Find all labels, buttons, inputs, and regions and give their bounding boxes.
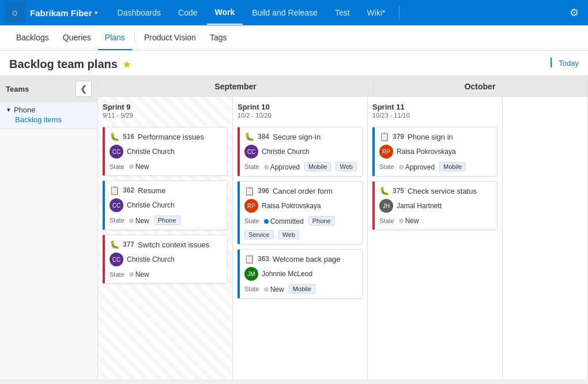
tab-queries[interactable]: Queries xyxy=(56,26,98,50)
card-396-id: 396 xyxy=(258,187,269,195)
tab-backlogs[interactable]: Backlogs xyxy=(9,26,56,50)
sidebar-header: Teams ❮ xyxy=(0,76,97,102)
card-363-title: Welcome back page xyxy=(273,255,341,263)
avatar-rp-379: RP xyxy=(379,145,393,159)
card-363-assignee: JM Johnnie McLeod xyxy=(244,267,357,281)
card-362-header: 📋 362 Resume xyxy=(110,186,223,195)
card-375[interactable]: 🐛 375 Check service status JH Jamal Hart… xyxy=(372,181,497,230)
assignee-name-377: Christie Church xyxy=(127,255,175,263)
avatar-jh-375: JH xyxy=(379,199,393,213)
bug-icon-375: 🐛 xyxy=(379,186,389,195)
tab-tags[interactable]: Tags xyxy=(203,26,234,50)
team-name[interactable]: ▼ Phone xyxy=(6,106,92,114)
top-navigation: ○ Fabrikam Fiber ▾ Dashboards Code Work … xyxy=(0,0,588,25)
teams-label: Teams xyxy=(6,85,29,93)
sprint-9-dates: 9/11 - 9/29 xyxy=(103,112,228,119)
card-375-header: 🐛 375 Check service status xyxy=(379,186,492,195)
team-label: Phone xyxy=(14,106,36,114)
gear-icon[interactable]: ⚙ xyxy=(565,2,583,24)
nav-dashboards[interactable]: Dashboards xyxy=(110,1,169,24)
sprint-10-column: Sprint 10 10/2 - 10/20 🐛 384 Secure sign… xyxy=(233,97,368,379)
assignee-name-396: Raisa Pokrovskaya xyxy=(262,202,321,210)
state-value: New xyxy=(135,163,149,171)
card-377-id: 377 xyxy=(123,240,134,249)
backlog-items-link[interactable]: Backlog items xyxy=(6,114,92,125)
sprint-10-dates: 10/2 - 10/20 xyxy=(238,112,363,119)
card-375-assignee: JH Jamal Hartnett xyxy=(379,199,492,213)
favorite-star-icon[interactable]: ★ xyxy=(122,58,131,71)
card-379-footer: State Approved Mobile xyxy=(379,162,492,171)
card-516-assignee: CC Christie Church xyxy=(110,145,223,159)
today-link[interactable]: Today xyxy=(551,58,579,67)
sprint-9-column: Sprint 9 9/11 - 9/29 🐛 516 Performance i… xyxy=(98,97,233,379)
card-362-id: 362 xyxy=(123,186,134,194)
nav-build-release[interactable]: Build and Release xyxy=(244,1,326,24)
card-362-assignee: CC Christie Church xyxy=(110,198,223,212)
card-363[interactable]: 📋 363 Welcome back page JM Johnnie McLeo… xyxy=(238,249,363,299)
card-516-id: 516 xyxy=(123,133,134,141)
state-value-377: New xyxy=(135,270,149,278)
tab-product-vision[interactable]: Product Vision xyxy=(137,26,203,50)
avatar-initials: CC xyxy=(247,149,255,155)
assignee-name-379: Raisa Pokrovskaya xyxy=(397,148,456,156)
card-377-title: Switch context issues xyxy=(138,240,209,249)
avatar-initials: JH xyxy=(383,203,390,209)
state-label-384: State xyxy=(244,163,259,170)
nav-wiki[interactable]: Wiki* xyxy=(359,1,394,24)
card-362[interactable]: 📋 362 Resume CC Christie Church State Ne… xyxy=(103,180,228,230)
avatar-initials: JM xyxy=(247,271,255,277)
sidebar: Teams ❮ ▼ Phone Backlog items xyxy=(0,76,98,379)
page-title: Backlog team plans xyxy=(9,58,118,71)
team-caret-icon[interactable]: ▼ xyxy=(6,107,12,113)
avatar-initials: CC xyxy=(112,202,120,209)
card-379-header: 📋 379 Phone sign in xyxy=(379,132,492,141)
assignee-name-363: Johnnie McLeod xyxy=(262,270,312,278)
collapse-sidebar-button[interactable]: ❮ xyxy=(76,81,92,97)
card-362-title: Resume xyxy=(138,186,165,195)
tag-phone-396: Phone xyxy=(308,216,335,225)
card-384-id: 384 xyxy=(258,133,269,141)
app-logo[interactable]: ○ xyxy=(5,2,25,23)
tag-phone-362: Phone xyxy=(154,216,180,225)
avatar-initials: RP xyxy=(247,203,255,209)
card-384-footer: State Approved Mobile Web xyxy=(244,162,357,171)
sprint-11-header: Sprint 11 10/23 - 11/10 xyxy=(372,101,497,122)
nav-code[interactable]: Code xyxy=(170,1,205,24)
state-dot-379 xyxy=(399,165,404,170)
card-396-footer: State Committed Phone Service Web xyxy=(244,216,357,239)
card-377-assignee: CC Christie Church xyxy=(110,253,223,266)
assignee-name: Christie Church xyxy=(127,148,175,156)
card-377[interactable]: 🐛 377 Switch context issues CC Christie … xyxy=(103,235,228,284)
state-dot-363 xyxy=(264,287,269,292)
card-384[interactable]: 🐛 384 Secure sign-in CC Christie Church … xyxy=(238,127,363,176)
nav-test[interactable]: Test xyxy=(327,1,358,24)
card-363-header: 📋 363 Welcome back page xyxy=(244,254,357,263)
avatar-initials: CC xyxy=(112,149,120,155)
card-375-id: 375 xyxy=(393,187,404,195)
org-name[interactable]: Fabrikam Fiber xyxy=(30,8,92,18)
avatar-cc-377: CC xyxy=(110,253,123,266)
sprint-10-header: Sprint 10 10/2 - 10/20 xyxy=(238,101,363,122)
tab-plans[interactable]: Plans xyxy=(98,26,132,50)
nav-work[interactable]: Work xyxy=(207,1,243,25)
top-nav-links: Dashboards Code Work Build and Release T… xyxy=(110,1,565,25)
state-label-377: State xyxy=(110,271,125,278)
state-dot-362 xyxy=(129,219,134,223)
state-label-363: State xyxy=(244,285,259,292)
sprint-11-name: Sprint 11 xyxy=(372,103,497,111)
card-379[interactable]: 📋 379 Phone sign in RP Raisa Pokrovskaya… xyxy=(372,127,497,176)
card-375-title: Check service status xyxy=(408,187,477,195)
card-379-title: Phone sign in xyxy=(408,133,453,141)
org-chevron-icon[interactable]: ▾ xyxy=(95,9,98,17)
avatar-cc-362: CC xyxy=(110,198,123,212)
sprints-row: Sprint 9 9/11 - 9/29 🐛 516 Performance i… xyxy=(98,97,588,379)
state-value-375: New xyxy=(405,217,419,225)
avatar-initials: CC xyxy=(112,257,120,263)
card-396[interactable]: 📋 396 Cancel order form RP Raisa Pokrovs… xyxy=(238,181,363,244)
state-dot xyxy=(129,164,134,169)
sprint-extra-column xyxy=(503,97,588,379)
card-375-footer: State New xyxy=(379,216,492,225)
card-516[interactable]: 🐛 516 Performance issues CC Christie Chu… xyxy=(103,127,228,176)
sidebar-team-phone: ▼ Phone Backlog items xyxy=(0,102,97,129)
task-icon-396: 📋 xyxy=(244,186,254,195)
